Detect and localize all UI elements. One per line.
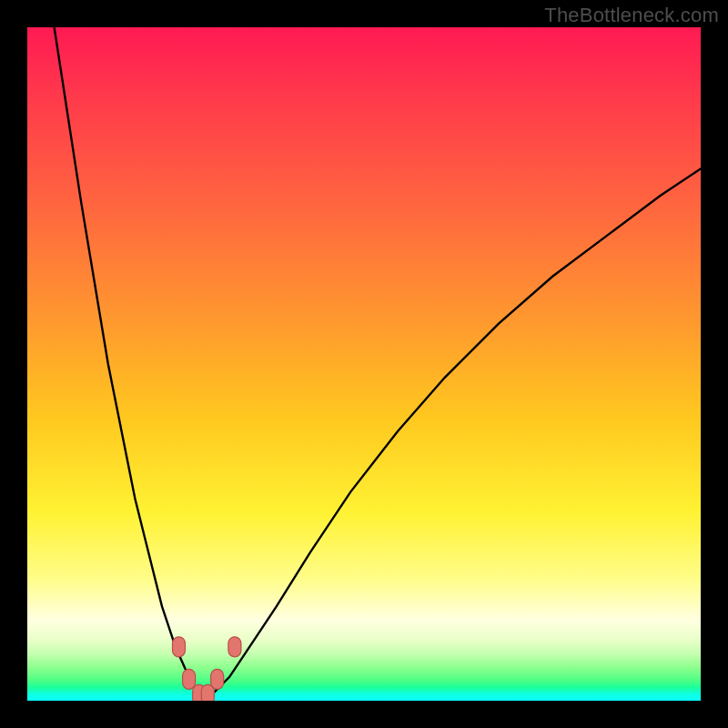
curve-markers <box>173 637 241 701</box>
curve-marker <box>183 669 196 689</box>
curve-marker <box>228 637 241 657</box>
bottleneck-curve <box>55 27 701 697</box>
plot-area <box>27 27 701 701</box>
curve-marker <box>173 637 186 657</box>
chart-frame: TheBottleneck.com <box>0 0 728 728</box>
curve-svg <box>27 27 701 701</box>
watermark-text: TheBottleneck.com <box>544 4 719 27</box>
curve-marker <box>211 669 224 689</box>
